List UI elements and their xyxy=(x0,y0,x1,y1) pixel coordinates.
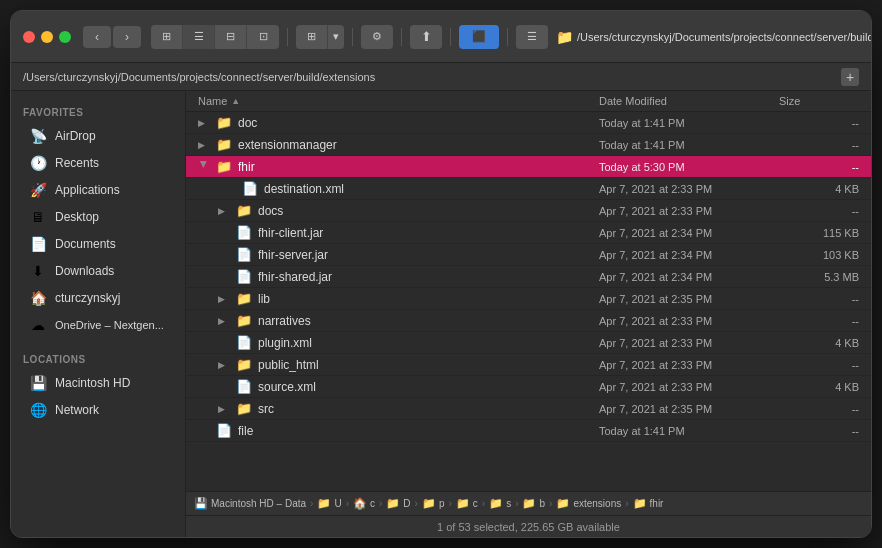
sidebar-toggle-button[interactable]: ☰ xyxy=(516,25,548,49)
view-mode-group: ⊞ ☰ ⊟ ⊡ xyxy=(151,25,279,49)
bottom-path-label: c xyxy=(370,498,375,509)
favorites-header: Favorites xyxy=(11,99,185,122)
file-name: fhir-shared.jar xyxy=(258,270,332,284)
bottom-path-item[interactable]: 📁 fhir xyxy=(633,497,664,510)
table-row[interactable]: ▶ 📁 narratives Apr 7, 2021 at 2:33 PM -- xyxy=(186,310,871,332)
path-separator: › xyxy=(549,498,552,509)
table-row[interactable]: ▶ 📄 source.xml Apr 7, 2021 at 2:33 PM 4 … xyxy=(186,376,871,398)
desktop-icon: 🖥 xyxy=(29,208,47,226)
file-size: -- xyxy=(779,205,859,217)
extensions-icon: 📁 xyxy=(556,497,570,510)
sidebar-item-onedrive[interactable]: ☁ OneDrive – Nextgen... xyxy=(17,312,179,338)
table-row[interactable]: ▶ 📄 destination.xml Apr 7, 2021 at 2:33 … xyxy=(186,178,871,200)
folder-icon: 📁 xyxy=(216,137,232,152)
bottom-path-label: extensions xyxy=(573,498,621,509)
sidebar-label-network: Network xyxy=(55,403,99,417)
col-size-header[interactable]: Size xyxy=(779,95,859,107)
bottom-path-item[interactable]: 📁 U xyxy=(317,497,341,510)
file-size: 4 KB xyxy=(779,183,859,195)
bottom-path-item[interactable]: 📁 c xyxy=(456,497,478,510)
col-date-header[interactable]: Date Modified xyxy=(599,95,779,107)
p-icon: 📁 xyxy=(422,497,436,510)
expand-arrow: ▶ xyxy=(218,206,230,216)
file-size: 5.3 MB xyxy=(779,271,859,283)
table-row[interactable]: ▶ 📄 fhir-client.jar Apr 7, 2021 at 2:34 … xyxy=(186,222,871,244)
sidebar-item-applications[interactable]: 🚀 Applications xyxy=(17,177,179,203)
sidebar-item-recents[interactable]: 🕐 Recents xyxy=(17,150,179,176)
bottom-path-item[interactable]: 📁 extensions xyxy=(556,497,621,510)
table-row[interactable]: ▶ 📄 fhir-shared.jar Apr 7, 2021 at 2:34 … xyxy=(186,266,871,288)
bottom-path-item[interactable]: 🏠 c xyxy=(353,497,375,510)
doc-icon: 📄 xyxy=(216,423,232,438)
downloads-icon: ⬇ xyxy=(29,262,47,280)
home-path-icon: 🏠 xyxy=(353,497,367,510)
path-add-button[interactable]: + xyxy=(841,68,859,86)
table-row[interactable]: ▶ 📁 fhir Today at 5:30 PM -- xyxy=(186,156,871,178)
sidebar: Favorites 📡 AirDrop 🕐 Recents 🚀 Applicat… xyxy=(11,91,186,537)
table-row[interactable]: ▶ 📄 file Today at 1:41 PM -- xyxy=(186,420,871,442)
sidebar-label-home: cturczynskyj xyxy=(55,291,120,305)
file-date: Apr 7, 2021 at 2:34 PM xyxy=(599,271,779,283)
table-row[interactable]: ▶ 📄 fhir-server.jar Apr 7, 2021 at 2:34 … xyxy=(186,244,871,266)
file-size: -- xyxy=(779,403,859,415)
sidebar-item-desktop[interactable]: 🖥 Desktop xyxy=(17,204,179,230)
file-date: Apr 7, 2021 at 2:35 PM xyxy=(599,293,779,305)
file-name: destination.xml xyxy=(264,182,344,196)
sidebar-item-airdrop[interactable]: 📡 AirDrop xyxy=(17,123,179,149)
file-size: -- xyxy=(779,139,859,151)
list-view-button[interactable]: ☰ xyxy=(183,25,215,49)
recents-icon: 🕐 xyxy=(29,154,47,172)
back-button[interactable]: ‹ xyxy=(83,26,111,48)
file-list: ▶ 📁 doc Today at 1:41 PM -- ▶ 📁 extensio… xyxy=(186,112,871,491)
file-date: Apr 7, 2021 at 2:35 PM xyxy=(599,403,779,415)
col-name-header[interactable]: Name ▲ xyxy=(198,95,599,107)
sidebar-item-documents[interactable]: 📄 Documents xyxy=(17,231,179,257)
title-folder-icon: 📁 xyxy=(556,29,573,45)
file-size: -- xyxy=(779,117,859,129)
doc-icon: 📄 xyxy=(236,335,252,350)
applications-icon: 🚀 xyxy=(29,181,47,199)
sidebar-item-macintosh-hd[interactable]: 💾 Macintosh HD xyxy=(17,370,179,396)
bottom-path-item[interactable]: 📁 D xyxy=(386,497,410,510)
file-pane: Name ▲ Date Modified Size ▶ 📁 doc xyxy=(186,91,871,537)
share-button[interactable]: ⬆ xyxy=(410,25,442,49)
icon-view-button[interactable]: ⊞ xyxy=(151,25,183,49)
group-by-arrow[interactable]: ▾ xyxy=(328,25,344,49)
file-size: 103 KB xyxy=(779,249,859,261)
minimize-button[interactable] xyxy=(41,31,53,43)
table-row[interactable]: ▶ 📁 public_html Apr 7, 2021 at 2:33 PM -… xyxy=(186,354,871,376)
table-row[interactable]: ▶ 📁 extensionmanager Today at 1:41 PM -- xyxy=(186,134,871,156)
group-by-button[interactable]: ⊞ xyxy=(296,25,328,49)
path-separator: › xyxy=(482,498,485,509)
tag-button[interactable]: ⬛ xyxy=(459,25,499,49)
column-view-button[interactable]: ⊟ xyxy=(215,25,247,49)
table-row[interactable]: ▶ 📁 src Apr 7, 2021 at 2:35 PM -- xyxy=(186,398,871,420)
title-bar: ‹ › ⊞ ☰ ⊟ ⊡ ⊞ ▾ ⚙ ⬆ ⬛ ☰ 📁 xyxy=(11,11,871,63)
sidebar-item-network[interactable]: 🌐 Network xyxy=(17,397,179,423)
file-size: -- xyxy=(779,293,859,305)
network-icon: 🌐 xyxy=(29,401,47,419)
table-row[interactable]: ▶ 📄 plugin.xml Apr 7, 2021 at 2:33 PM 4 … xyxy=(186,332,871,354)
forward-button[interactable]: › xyxy=(113,26,141,48)
file-date: Today at 1:41 PM xyxy=(599,425,779,437)
sidebar-item-downloads[interactable]: ⬇ Downloads xyxy=(17,258,179,284)
file-name: file xyxy=(238,424,253,438)
onedrive-icon: ☁ xyxy=(29,316,47,334)
table-row[interactable]: ▶ 📁 doc Today at 1:41 PM -- xyxy=(186,112,871,134)
action-button[interactable]: ⚙ xyxy=(361,25,393,49)
sidebar-label-airdrop: AirDrop xyxy=(55,129,96,143)
gallery-view-button[interactable]: ⊡ xyxy=(247,25,279,49)
bottom-path-item[interactable]: 📁 s xyxy=(489,497,511,510)
table-row[interactable]: ▶ 📁 lib Apr 7, 2021 at 2:35 PM -- xyxy=(186,288,871,310)
table-row[interactable]: ▶ 📁 docs Apr 7, 2021 at 2:33 PM -- xyxy=(186,200,871,222)
doc-icon: 📄 xyxy=(236,247,252,262)
sidebar-item-home[interactable]: 🏠 cturczynskyj xyxy=(17,285,179,311)
bottom-path-item[interactable]: 💾 Macintosh HD – Data xyxy=(194,497,306,510)
file-date: Apr 7, 2021 at 2:34 PM xyxy=(599,249,779,261)
close-button[interactable] xyxy=(23,31,35,43)
bottom-path-item[interactable]: 📁 p xyxy=(422,497,445,510)
fullscreen-button[interactable] xyxy=(59,31,71,43)
bottom-path-item[interactable]: 📁 b xyxy=(522,497,545,510)
folder-pink-icon: 📁 xyxy=(216,159,232,174)
s-icon: 📁 xyxy=(489,497,503,510)
